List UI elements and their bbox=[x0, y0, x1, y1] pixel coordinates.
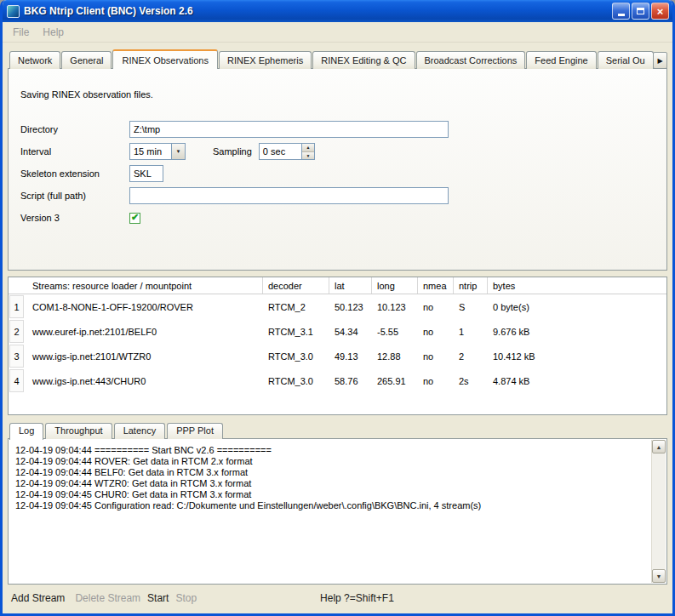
header-row-number bbox=[9, 277, 24, 294]
spin-down-icon[interactable]: ▼ bbox=[302, 152, 314, 160]
cell-mountpoint: COM1-8-NONE-1-OFF-19200/ROVER bbox=[24, 302, 263, 312]
cell-bytes: 10.412 kB bbox=[488, 351, 666, 362]
header-nmea: nmea bbox=[418, 277, 454, 294]
cell-decoder: RTCM_2 bbox=[263, 302, 329, 312]
version3-row: Version 3 ✔ bbox=[20, 207, 666, 229]
script-path-input[interactable] bbox=[129, 187, 449, 204]
tab-feed-engine[interactable]: Feed Engine bbox=[526, 51, 596, 69]
tab-throughput[interactable]: Throughput bbox=[45, 423, 112, 439]
version3-label: Version 3 bbox=[20, 213, 129, 223]
tab-general[interactable]: General bbox=[61, 51, 112, 69]
header-decoder: decoder bbox=[263, 277, 329, 294]
interval-label: Interval bbox=[20, 146, 129, 157]
sampling-spinner[interactable]: 0 sec ▲ ▼ bbox=[259, 143, 315, 160]
delete-stream-button[interactable]: Delete Stream bbox=[75, 592, 140, 604]
cell-decoder: RTCM_3.0 bbox=[263, 351, 329, 362]
cell-mountpoint: www.igs-ip.net:2101/WTZR0 bbox=[24, 351, 263, 362]
tab-scroll-right-button[interactable]: ▶ bbox=[653, 52, 667, 69]
table-row[interactable]: 4 www.igs-ip.net:443/CHUR0 RTCM_3.0 58.7… bbox=[9, 368, 666, 393]
log-line: 12-04-19 09:04:45 Configuration read: C:… bbox=[15, 500, 644, 511]
scroll-up-icon[interactable]: ▲ bbox=[652, 440, 666, 453]
header-ntrip: ntrip bbox=[454, 277, 488, 294]
log-tab-bar: Log Throughput Latency PPP Plot bbox=[9, 423, 667, 439]
main-tab-bar: Network General RINEX Observations RINEX… bbox=[8, 49, 667, 69]
interval-dropdown[interactable]: 15 min ▼ bbox=[129, 143, 186, 160]
cell-ntrip: 2s bbox=[454, 376, 488, 386]
skeleton-extension-label: Skeleton extension bbox=[20, 168, 129, 179]
log-output[interactable]: 12-04-19 09:04:44 ========== Start BNC v… bbox=[8, 438, 667, 585]
script-row: Script (full path) bbox=[20, 185, 666, 207]
cell-decoder: RTCM_3.1 bbox=[263, 327, 329, 337]
maximize-icon bbox=[637, 8, 644, 14]
tab-broadcast-corrections[interactable]: Broadcast Corrections bbox=[416, 51, 526, 69]
cell-bytes: 4.874 kB bbox=[488, 376, 666, 386]
action-bar: Add Stream Delete Stream Start Stop Help… bbox=[3, 585, 672, 613]
chevron-down-icon[interactable]: ▼ bbox=[171, 144, 185, 159]
tab-serial-output[interactable]: Serial Ou bbox=[598, 51, 654, 69]
menu-file[interactable]: File bbox=[6, 24, 36, 41]
help-hint-label: Help ?=Shift+F1 bbox=[320, 592, 394, 604]
cell-lat: 58.76 bbox=[329, 376, 372, 386]
cell-nmea: no bbox=[418, 376, 454, 386]
skeleton-extension-input[interactable] bbox=[129, 165, 163, 182]
tab-rinex-observations[interactable]: RINEX Observations bbox=[112, 49, 217, 69]
client-area: Network General RINEX Observations RINEX… bbox=[3, 43, 672, 585]
header-long: long bbox=[372, 277, 418, 294]
streams-table: Streams: resource loader / mountpoint de… bbox=[8, 277, 667, 415]
chevron-right-icon: ▶ bbox=[657, 57, 662, 65]
pane-description: Saving RINEX observation files. bbox=[20, 89, 666, 100]
directory-label: Directory bbox=[20, 124, 129, 134]
checkmark-icon: ✔ bbox=[131, 213, 139, 222]
sampling-label: Sampling bbox=[213, 146, 252, 157]
version3-checkbox[interactable]: ✔ bbox=[129, 213, 140, 224]
spin-up-icon[interactable]: ▲ bbox=[302, 144, 314, 152]
tab-rinex-ephemeris[interactable]: RINEX Ephemeris bbox=[219, 51, 312, 69]
menu-help[interactable]: Help bbox=[36, 24, 71, 41]
cell-lat: 54.34 bbox=[329, 327, 372, 337]
tab-network[interactable]: Network bbox=[9, 51, 60, 69]
menu-bar: File Help bbox=[3, 22, 672, 43]
minimize-button[interactable] bbox=[612, 3, 630, 20]
cell-ntrip: 1 bbox=[454, 327, 488, 337]
cell-nmea: no bbox=[418, 327, 454, 337]
window-title: BKG Ntrip Client (BNC) Version 2.6 bbox=[24, 5, 612, 17]
title-bar[interactable]: BKG Ntrip Client (BNC) Version 2.6 × bbox=[3, 0, 672, 22]
cell-long: -5.55 bbox=[372, 327, 418, 337]
table-row[interactable]: 1 COM1-8-NONE-1-OFF-19200/ROVER RTCM_2 5… bbox=[9, 294, 666, 319]
interval-row: Interval 15 min ▼ Sampling 0 sec ▲ ▼ bbox=[20, 140, 666, 163]
table-row[interactable]: 3 www.igs-ip.net:2101/WTZR0 RTCM_3.0 49.… bbox=[9, 344, 666, 368]
cell-lat: 49.13 bbox=[329, 351, 372, 362]
table-row[interactable]: 2 www.euref-ip.net:2101/BELF0 RTCM_3.1 5… bbox=[9, 319, 666, 344]
tab-log[interactable]: Log bbox=[9, 423, 43, 440]
log-line: 12-04-19 09:04:44 BELF0: Get data in RTC… bbox=[15, 467, 644, 478]
row-number: 4 bbox=[9, 369, 24, 392]
app-icon bbox=[7, 5, 20, 18]
stop-button[interactable]: Stop bbox=[175, 592, 197, 604]
cell-long: 10.123 bbox=[372, 302, 418, 312]
maximize-button[interactable] bbox=[632, 3, 649, 20]
log-line: 12-04-19 09:04:44 ========== Start BNC v… bbox=[15, 445, 644, 456]
row-number: 1 bbox=[9, 295, 24, 318]
cell-bytes: 0 byte(s) bbox=[488, 302, 666, 312]
scroll-down-icon[interactable]: ▼ bbox=[652, 569, 666, 583]
sampling-value: 0 sec bbox=[260, 144, 301, 159]
log-scrollbar[interactable]: ▲ ▼ bbox=[651, 440, 666, 583]
tab-rinex-editing-qc[interactable]: RINEX Editing & QC bbox=[312, 51, 415, 69]
start-button[interactable]: Start bbox=[147, 592, 169, 604]
log-line: 12-04-19 09:04:45 CHUR0: Get data in RTC… bbox=[15, 489, 644, 500]
close-button[interactable]: × bbox=[651, 3, 669, 20]
script-path-label: Script (full path) bbox=[20, 191, 129, 201]
cell-ntrip: 2 bbox=[454, 351, 488, 362]
cell-decoder: RTCM_3.0 bbox=[263, 376, 329, 386]
cell-bytes: 9.676 kB bbox=[488, 327, 666, 337]
tab-ppp-plot[interactable]: PPP Plot bbox=[167, 423, 223, 439]
row-number: 2 bbox=[9, 320, 24, 343]
minimize-icon bbox=[618, 14, 625, 16]
directory-input[interactable] bbox=[129, 121, 449, 138]
skeleton-row: Skeleton extension bbox=[20, 163, 666, 185]
add-stream-button[interactable]: Add Stream bbox=[11, 592, 65, 604]
log-line: 12-04-19 09:04:44 ROVER: Get data in RTC… bbox=[15, 456, 644, 467]
header-bytes: bytes bbox=[488, 277, 666, 294]
cell-ntrip: S bbox=[454, 302, 488, 312]
tab-latency[interactable]: Latency bbox=[114, 423, 166, 439]
